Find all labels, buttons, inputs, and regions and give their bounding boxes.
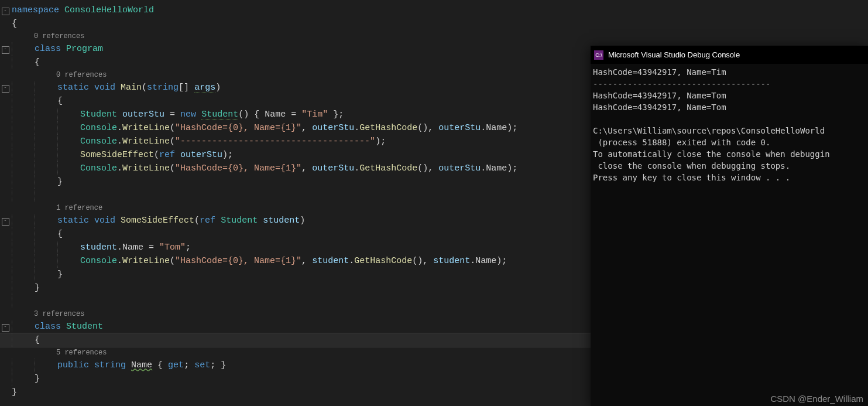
ref-student: student xyxy=(312,256,349,266)
method-sse: SomeSideEffect xyxy=(121,216,194,226)
ctor-student: Student xyxy=(201,110,238,120)
keyword-get: get xyxy=(168,360,184,370)
string-fmt: "HashCode={0}, Name={1}" xyxy=(175,123,301,133)
console-line: HashCode=43942917, Name=Tim xyxy=(593,67,726,77)
codelens-references[interactable]: 1 reference xyxy=(56,204,102,212)
console-line: HashCode=43942917, Name=Tom xyxy=(593,103,726,112)
brace-close: } xyxy=(35,374,40,384)
method-gethash: GetHashCode xyxy=(359,163,417,173)
keyword-ref: ref xyxy=(159,150,175,160)
prop-name: Name xyxy=(475,256,496,266)
param-args: args xyxy=(194,83,215,93)
watermark-text: CSDN @Ender_William xyxy=(770,394,863,404)
string-dashes: "------------------------------------" xyxy=(175,137,375,146)
call-sse: SomeSideEffect xyxy=(80,150,154,160)
keyword-set: set xyxy=(194,360,210,370)
string-fmt: "HashCode={0}, Name={1}" xyxy=(175,256,301,266)
debug-console-window[interactable]: C:\ Microsoft Visual Studio Debug Consol… xyxy=(591,46,868,406)
keyword-void: void xyxy=(94,216,115,226)
brace-close: } xyxy=(57,177,63,187)
prop-name: Name xyxy=(486,123,507,133)
console-line: Press any key to close this window . . . xyxy=(593,173,790,182)
type-console: Console xyxy=(80,137,117,146)
brace-open: { xyxy=(57,229,63,239)
ref-outerstu: outerStu xyxy=(180,150,222,160)
method-gethash: GetHashCode xyxy=(354,256,412,266)
param-student: student xyxy=(263,216,300,226)
keyword-void: void xyxy=(94,83,115,93)
string-tim: "Tim" xyxy=(301,110,328,120)
brace-open: { xyxy=(57,96,63,106)
keyword-class: class xyxy=(35,322,61,332)
type-student: Student xyxy=(221,216,258,226)
fold-gutter[interactable]: - xyxy=(0,81,11,94)
type-student: Student xyxy=(80,110,117,120)
fold-gutter[interactable]: - xyxy=(0,320,11,333)
console-line: HashCode=43942917, Name=Tom xyxy=(593,91,726,100)
method-writeline: WriteLine xyxy=(122,163,170,173)
brace-close: } xyxy=(35,283,40,293)
console-titlebar[interactable]: C:\ Microsoft Visual Studio Debug Consol… xyxy=(591,46,868,64)
ref-outerstu: outerStu xyxy=(312,123,354,133)
fold-minus-icon[interactable]: - xyxy=(2,85,9,93)
fold-gutter[interactable]: - xyxy=(0,214,11,227)
keyword-namespace: namespace xyxy=(12,5,59,15)
codelens-references[interactable]: 0 references xyxy=(56,71,107,79)
brace-close: } xyxy=(12,387,17,397)
console-line: C:\Users\William\source\repos\ConsoleHel… xyxy=(593,126,825,135)
brace-open: { xyxy=(35,335,40,345)
method-writeline: WriteLine xyxy=(122,123,170,133)
prop-name: Name xyxy=(486,163,507,173)
brace-open: { xyxy=(35,57,40,67)
string-tom: "Tom" xyxy=(159,243,186,253)
class-student: Student xyxy=(66,322,103,332)
ref-outerstu: outerStu xyxy=(438,123,481,133)
type-console: Console xyxy=(80,163,117,173)
codelens-references[interactable]: 5 references xyxy=(56,349,107,357)
fold-minus-icon[interactable]: - xyxy=(2,46,9,54)
keyword-string: string xyxy=(94,360,126,370)
fold-gutter[interactable]: - xyxy=(0,4,11,17)
brace-open: { xyxy=(12,19,17,29)
keyword-static: static xyxy=(57,83,89,93)
console-line: (process 51888) exited with code 0. xyxy=(593,138,770,147)
console-line: ------------------------------------ xyxy=(593,79,770,88)
fold-minus-icon[interactable]: - xyxy=(2,218,9,226)
ref-student: student xyxy=(433,256,470,266)
keyword-class: class xyxy=(35,44,61,54)
prop-name-decl: Name xyxy=(131,360,152,370)
string-fmt: "HashCode={0}, Name={1}" xyxy=(175,163,301,173)
method-gethash: GetHashCode xyxy=(359,123,417,133)
ref-outerstu: outerStu xyxy=(312,163,354,173)
type-console: Console xyxy=(80,123,117,133)
prop-name: Name xyxy=(122,243,143,253)
prop-name: Name xyxy=(265,110,286,120)
class-program: Program xyxy=(66,44,103,54)
namespace-name: ConsoleHelloWorld xyxy=(64,5,154,15)
vs-console-icon: C:\ xyxy=(594,50,603,60)
keyword-static: static xyxy=(57,216,89,226)
codelens-references[interactable]: 0 references xyxy=(34,32,84,40)
keyword-new: new xyxy=(180,110,196,120)
fold-minus-icon[interactable]: - xyxy=(2,8,9,15)
method-main: Main xyxy=(121,83,142,93)
console-output[interactable]: HashCode=43942917, Name=Tim ------------… xyxy=(591,64,868,186)
console-line: To automatically close the console when … xyxy=(593,149,830,159)
console-line: close the console when debugging stops. xyxy=(593,161,790,170)
codelens-references[interactable]: 3 references xyxy=(34,310,84,318)
type-console: Console xyxy=(80,256,117,266)
method-writeline: WriteLine xyxy=(122,137,170,146)
brace-close: } xyxy=(57,269,63,279)
var-outerstu: outerStu xyxy=(122,110,164,120)
fold-minus-icon[interactable]: - xyxy=(2,324,9,332)
keyword-public: public xyxy=(57,360,89,370)
fold-gutter[interactable]: - xyxy=(0,42,11,56)
ref-student: student xyxy=(80,243,117,253)
ref-outerstu: outerStu xyxy=(438,163,481,173)
console-title-text: Microsoft Visual Studio Debug Console xyxy=(608,50,740,59)
keyword-ref: ref xyxy=(200,216,215,226)
method-writeline: WriteLine xyxy=(122,256,170,266)
keyword-string: string xyxy=(147,83,179,93)
